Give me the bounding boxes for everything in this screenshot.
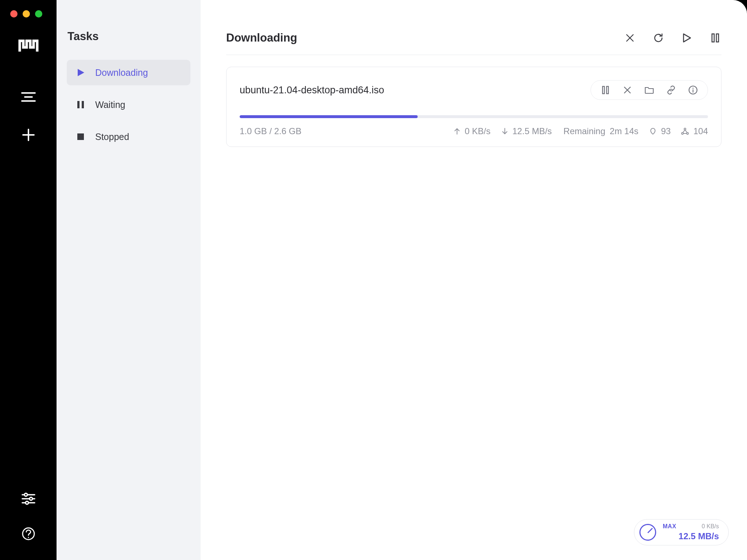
seeders-icon [649,128,657,135]
minimize-window-button[interactable] [23,10,30,18]
task-remaining-value: 2m 14s [610,126,639,136]
task-info-button[interactable] [688,85,698,95]
help-button[interactable] [18,524,39,544]
task-up-speed: 0 KB/s [465,126,491,136]
speed-max-label: MAX [663,523,676,530]
window-corner [732,0,747,15]
speed-up: 0 KB/s [702,523,719,530]
svg-point-12 [28,537,29,538]
resume-all-button[interactable] [681,32,693,44]
topbar-actions [624,32,721,44]
task-stats: 1.0 GB / 2.6 GB 0 KB/s 12.5 MB/s Remaini… [240,126,708,136]
play-icon [76,67,86,78]
pause-icon [76,100,86,110]
task-open-folder-button[interactable] [644,85,654,95]
task-pause-button[interactable] [600,85,611,95]
task-progress-fill [240,115,418,118]
peers-icon [681,128,689,135]
task-progress-bar [240,115,708,118]
svg-rect-16 [77,133,84,140]
svg-rect-15 [82,101,84,108]
app-logo [18,34,39,55]
svg-rect-23 [607,86,608,94]
sidebar-item-label: Downloading [95,67,148,78]
svg-rect-21 [716,34,719,42]
svg-point-6 [24,493,27,496]
svg-point-28 [693,88,694,89]
window-controls [10,10,42,18]
close-window-button[interactable] [10,10,18,18]
sidebar-item-label: Waiting [95,100,125,110]
svg-rect-22 [603,86,604,94]
delete-all-button[interactable] [624,32,636,44]
topbar: Downloading [226,30,721,46]
task-delete-button[interactable] [622,85,632,95]
zoom-window-button[interactable] [35,10,42,18]
svg-rect-20 [712,34,714,42]
pause-all-button[interactable] [709,32,721,44]
menu-button[interactable] [18,87,39,107]
stop-icon [76,132,86,142]
task-down-speed: 12.5 MB/s [512,126,552,136]
speed-widget[interactable]: MAX 0 KB/s 12.5 MB/s [634,519,729,545]
divider [226,55,721,55]
svg-rect-14 [77,101,80,108]
svg-point-10 [26,501,28,504]
page-title: Downloading [226,31,297,44]
speedometer-icon [639,524,656,541]
svg-line-35 [685,130,687,133]
upload-arrow-icon [454,128,460,135]
app-rail [0,0,57,560]
speed-down: 12.5 MB/s [678,531,719,541]
task-remaining-label: Remaining [564,126,605,136]
download-arrow-icon [502,128,508,135]
svg-point-8 [30,497,32,500]
task-size-text: 1.0 GB / 2.6 GB [240,126,301,136]
task-seeders: 93 [661,126,671,136]
sidebar-title: Tasks [67,30,190,43]
sidebar: Tasks Downloading Waiting Stopped [57,0,201,560]
sidebar-item-waiting[interactable]: Waiting [67,92,190,117]
task-peers: 104 [693,126,708,136]
svg-line-34 [683,130,685,133]
speed-readout: MAX 0 KB/s 12.5 MB/s [663,523,719,541]
sidebar-item-label: Stopped [95,132,129,142]
task-action-bar [591,80,708,100]
svg-point-31 [684,128,686,130]
main-panel: Downloading ubuntu-21.04-desktop-amd64.i… [201,0,747,560]
sidebar-item-stopped[interactable]: Stopped [67,124,190,149]
preferences-button[interactable] [18,489,39,509]
add-task-button[interactable] [18,125,39,145]
sidebar-item-downloading[interactable]: Downloading [67,60,190,85]
refresh-button[interactable] [652,32,665,44]
task-filename: ubuntu-21.04-desktop-amd64.iso [240,85,384,96]
task-card[interactable]: ubuntu-21.04-desktop-amd64.iso [226,67,721,147]
svg-marker-19 [684,34,690,42]
task-header: ubuntu-21.04-desktop-amd64.iso [240,80,708,100]
svg-marker-13 [78,69,84,76]
task-copy-link-button[interactable] [666,85,676,95]
